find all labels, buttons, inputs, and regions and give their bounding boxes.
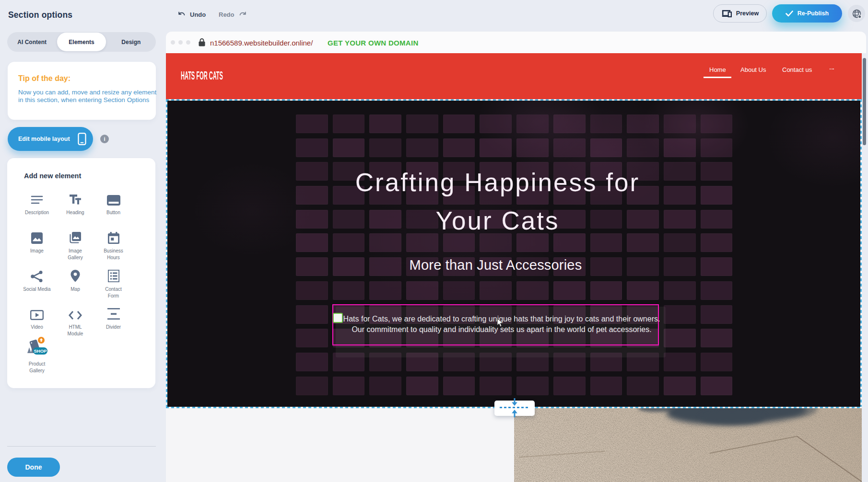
- svg-text:SHOP: SHOP: [34, 348, 47, 354]
